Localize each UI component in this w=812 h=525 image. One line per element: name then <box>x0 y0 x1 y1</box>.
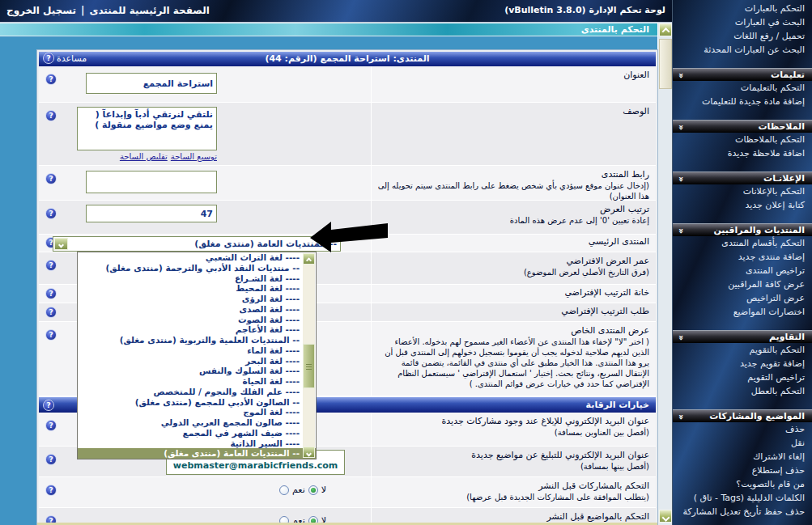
dropdown-option[interactable]: ---- لغة الصدى <box>78 304 316 315</box>
dropdown-option[interactable]: -- الصالون الأدبي للمجمع (منتدى مغلق) <box>78 397 316 408</box>
sidebar-entry[interactable]: «التحكم بالملاحظات <box>673 133 812 146</box>
sidebar-entry[interactable]: «التحكم بالتعليمات <box>673 81 812 95</box>
shrink-area-link[interactable]: تقليص الساحة <box>120 152 168 161</box>
radio-yes[interactable] <box>279 485 289 495</box>
sidebar-entry-label: تحميل / رفع اللغات <box>733 31 805 41</box>
scrollbar-thumb[interactable] <box>659 39 672 89</box>
sidebar-entry[interactable]: «التحكم بأقسام المنتدى <box>673 236 812 250</box>
help-icon[interactable]: ? <box>45 288 57 299</box>
help-label[interactable]: مساعدة <box>57 53 87 64</box>
expand-area-link[interactable]: توسيع الساحة <box>171 152 217 161</box>
description-textarea[interactable]: نلتقي لنرتقي أدبآ وإبداعآ ( يمنع وضع موا… <box>77 107 217 150</box>
sidebar-entry[interactable]: «حذف حفظ تأريخ تعديل المشاركة <box>673 505 812 519</box>
help-icon[interactable]: ? <box>43 400 54 411</box>
sidebar-entry[interactable]: «المواضيع والمشاركات <box>673 409 812 422</box>
dropdown-option[interactable]: ---- لغة الحياة <box>78 376 316 387</box>
dropdown-scrollbar[interactable] <box>303 253 315 458</box>
sidebar-entry[interactable]: «الإعلانـات <box>673 171 812 184</box>
parent-forum-select[interactable]: -- المنتديات العامة (منتدى مغلق) <box>53 236 341 252</box>
forum-link-input[interactable] <box>86 171 217 193</box>
parent-forum-selected-value: -- المنتديات العامة (منتدى مغلق) <box>69 239 340 249</box>
sidebar-entry[interactable]: «اختصارات المواضيع <box>673 305 812 319</box>
dropdown-option[interactable]: -- المنتديات العلمية والتربوية (منتدى مغ… <box>78 335 316 345</box>
sidebar-entry[interactable]: «المنتديات والمراقبين <box>673 223 812 236</box>
logout-link[interactable]: تسجيل الخروج <box>6 5 76 16</box>
panel-title: المنتدى: استراحة المجمع (الرقم: 44) <box>39 53 656 64</box>
help-area[interactable]: مساعدة ? <box>43 53 87 64</box>
sidebar-entry[interactable]: «الكلمات الدليلية (Tags - تاق ) <box>673 491 812 505</box>
sidebar-entry[interactable]: «حذف <box>673 422 812 436</box>
collapse-icon: « <box>675 73 687 78</box>
dropdown-option[interactable]: ---- لغة الرؤى <box>78 294 316 304</box>
dropdown-option[interactable]: -- منتديات النقد الأدبي والترجمة (منتدى … <box>78 263 316 273</box>
dropdown-option[interactable]: ---- لغة التراث الشعبي <box>78 252 316 263</box>
help-icon[interactable]: ? <box>45 420 57 431</box>
sidebar-entry[interactable]: «حذف إستطلاع <box>673 464 812 477</box>
display-order-label: ترتيب العرض <box>375 204 649 214</box>
main-scrollbar[interactable] <box>657 23 672 525</box>
sidebar-entry-label: من قام بالتصويت؟ <box>736 479 805 489</box>
sidebar-entry[interactable]: «التحكم بالعبارات <box>673 2 812 15</box>
sidebar-entry[interactable]: «البحث عن العبارات المحدثة <box>673 43 812 57</box>
sidebar-entry[interactable]: «التحكم بالإعلانات <box>673 184 812 198</box>
sidebar-entry[interactable]: «التقاويم <box>673 330 812 343</box>
sidebar-entry[interactable]: «اضافة ملاحظة جديدة <box>673 146 812 160</box>
help-icon[interactable]: ? <box>43 53 54 64</box>
sidebar-entry[interactable]: «من قام بالتصويت؟ <box>673 477 812 491</box>
dropdown-scrollbar-thumb[interactable] <box>303 344 315 388</box>
dropdown-option-label: ---- لغة الصدى <box>239 304 300 314</box>
dropdown-option[interactable]: ---- لغة المحيط <box>78 283 316 294</box>
sidebar-entry-label: عرض التراخيص <box>746 293 805 303</box>
help-icon[interactable]: ? <box>45 208 57 219</box>
sidebar-entry[interactable]: «كتابة إعلان جديد <box>673 198 812 212</box>
dropdown-option[interactable]: ---- علم الفلك والنجوم / للمتخصص <box>78 387 316 397</box>
sidebar-entry[interactable]: «نقل <box>673 436 812 450</box>
help-icon[interactable]: ? <box>45 173 57 184</box>
help-icon[interactable]: ? <box>45 110 57 121</box>
help-icon[interactable]: ? <box>45 329 57 341</box>
sidebar-entry[interactable]: «إضافة منتدى جديد <box>673 250 812 264</box>
sidebar-entry[interactable]: «التحكم بالعطل <box>673 384 812 398</box>
sidebar-entry[interactable]: «عرض التراخيص <box>673 291 812 305</box>
scroll-down-button[interactable] <box>659 510 672 523</box>
sidebar-entry[interactable]: «إلغاء الاشتراك <box>673 450 812 464</box>
sidebar-entry[interactable]: «تحميل / رفع اللغات <box>673 29 812 43</box>
display-order-input[interactable] <box>86 205 217 222</box>
sidebar-entry[interactable]: «تعليمات <box>673 68 812 81</box>
sidebar-entry[interactable]: «عرض كافة المراقبين <box>673 277 812 291</box>
dropdown-option[interactable]: ---- لغة البحر <box>78 356 316 366</box>
sidebar-entry[interactable]: «البحث في العبارات <box>673 15 812 29</box>
dropdown-option[interactable]: ---- لغة الأعاجم <box>78 324 316 335</box>
sidebar-entry-label: الإعلانـات <box>763 173 805 184</box>
help-icon[interactable]: ? <box>45 260 57 271</box>
dropdown-option[interactable]: ---- السير الذاتية <box>78 438 316 449</box>
dropdown-option[interactable]: ---- لغة السلوك والنفس <box>78 366 316 376</box>
radio-no[interactable] <box>308 485 318 495</box>
sidebar-entry[interactable]: «إضافة تقويم جديد <box>673 357 812 370</box>
help-icon[interactable]: ? <box>45 485 57 496</box>
title-input[interactable] <box>86 73 217 94</box>
dropdown-option[interactable]: ---- لغة الموج <box>78 407 316 417</box>
dropdown-button[interactable] <box>54 238 68 250</box>
dropdown-scroll-down-button[interactable] <box>303 447 315 458</box>
dropdown-option[interactable]: -- المنتديات العامة (منتدى مغلق) <box>78 448 316 459</box>
help-icon[interactable]: ? <box>45 74 57 85</box>
forum-home-link[interactable]: الصفحة الرئيسية للمنتدى <box>89 5 209 16</box>
dropdown-option[interactable]: ---- لغة الصوت <box>78 315 316 325</box>
dropdown-option[interactable]: ---- ضيف الشهر في المجمع <box>78 428 316 438</box>
dropdown-option-label: ---- لغة الشـراع <box>235 273 300 283</box>
help-icon[interactable]: ? <box>45 454 57 465</box>
scroll-up-button[interactable] <box>659 23 672 36</box>
help-icon[interactable]: ? <box>45 307 57 318</box>
sidebar-entry[interactable]: «الملاحظات <box>673 120 812 133</box>
sidebar-entry[interactable]: «التحكم بالتقويم <box>673 343 812 357</box>
sidebar-entry[interactable]: «تراخيص المنتدى <box>673 264 812 277</box>
dropdown-option[interactable]: ---- لغة الشـراع <box>78 273 316 284</box>
dropdown-option-label: ---- لغة السلوك والنفس <box>199 366 300 375</box>
dropdown-option[interactable]: ---- صالون المجمع العربي الدولي <box>78 417 316 428</box>
sidebar-entry[interactable]: «إضافة مادة جديدة للتعليمات <box>673 95 812 108</box>
dropdown-option[interactable]: ---- لغة الماء <box>78 345 316 356</box>
sidebar-entry-label: البحث في العبارات <box>735 17 805 28</box>
dropdown-option-label: ---- لغة الأعاجم <box>236 324 300 334</box>
sidebar-entry[interactable]: «تراخيص التقويم <box>673 370 812 384</box>
